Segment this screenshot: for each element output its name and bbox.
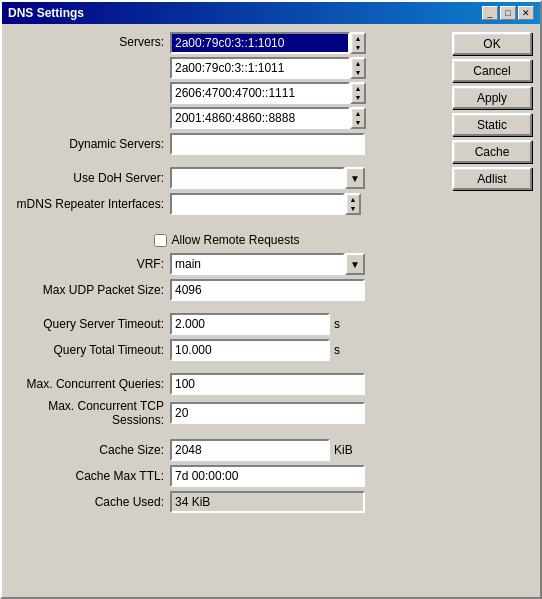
cache-size-input[interactable] — [170, 439, 330, 461]
mdns-input-group: ▲ ▼ — [170, 193, 361, 215]
ok-button[interactable]: OK — [452, 32, 532, 55]
title-bar-buttons: _ □ ✕ — [482, 6, 534, 20]
content-area: Servers: ▲ ▼ ▲ ▼ — [2, 24, 540, 525]
cache-used-input — [170, 491, 365, 513]
doh-label: Use DoH Server: — [10, 171, 170, 185]
server2-spin-up[interactable]: ▲ — [352, 59, 364, 68]
mdns-row: mDNS Repeater Interfaces: ▲ ▼ — [10, 193, 444, 215]
form-area: Servers: ▲ ▼ ▲ ▼ — [10, 32, 444, 517]
cache-max-ttl-label: Cache Max TTL: — [10, 469, 170, 483]
title-bar: DNS Settings _ □ ✕ — [2, 2, 540, 24]
doh-row: Use DoH Server: ▼ — [10, 167, 444, 189]
allow-remote-checkbox[interactable] — [154, 234, 167, 247]
close-button[interactable]: ✕ — [518, 6, 534, 20]
server2-input[interactable] — [170, 57, 350, 79]
adlist-button[interactable]: Adlist — [452, 167, 532, 190]
max-udp-label: Max UDP Packet Size: — [10, 283, 170, 297]
server3-input[interactable] — [170, 82, 350, 104]
query-total-timeout-label: Query Total Timeout: — [10, 343, 170, 357]
cache-max-ttl-input[interactable] — [170, 465, 365, 487]
max-udp-row: Max UDP Packet Size: — [10, 279, 444, 301]
mdns-label: mDNS Repeater Interfaces: — [10, 197, 170, 211]
vrf-input[interactable] — [170, 253, 345, 275]
cache-used-label: Cache Used: — [10, 495, 170, 509]
query-server-timeout-input[interactable] — [170, 313, 330, 335]
window-title: DNS Settings — [8, 6, 84, 20]
minimize-button[interactable]: _ — [482, 6, 498, 20]
allow-remote-row: Allow Remote Requests — [10, 233, 444, 247]
static-button[interactable]: Static — [452, 113, 532, 136]
max-concurrent-tcp-label: Max. Concurrent TCP Sessions: — [10, 399, 170, 427]
dynamic-servers-row: Dynamic Servers: — [10, 133, 444, 155]
mdns-spin[interactable]: ▲ ▼ — [345, 193, 361, 215]
allow-remote-label: Allow Remote Requests — [171, 233, 299, 247]
server1-input-group: ▲ ▼ — [170, 32, 366, 54]
max-concurrent-tcp-row: Max. Concurrent TCP Sessions: — [10, 399, 444, 427]
doh-input-group: ▼ — [170, 167, 365, 189]
server2-spin-down[interactable]: ▼ — [352, 68, 364, 77]
servers-label: Servers: — [10, 32, 170, 49]
vrf-input-group: ▼ — [170, 253, 365, 275]
max-udp-input[interactable] — [170, 279, 365, 301]
dynamic-servers-label: Dynamic Servers: — [10, 137, 170, 151]
server2-spin[interactable]: ▲ ▼ — [350, 57, 366, 79]
server1-input[interactable] — [170, 32, 350, 54]
cancel-button[interactable]: Cancel — [452, 59, 532, 82]
max-concurrent-queries-label: Max. Concurrent Queries: — [10, 377, 170, 391]
mdns-spin-down[interactable]: ▼ — [347, 204, 359, 213]
query-total-timeout-input[interactable] — [170, 339, 330, 361]
query-total-timeout-unit: s — [334, 343, 340, 357]
server4-input-group: ▲ ▼ — [170, 107, 366, 129]
vrf-dropdown-btn[interactable]: ▼ — [345, 253, 365, 275]
mdns-input[interactable] — [170, 193, 345, 215]
button-area: OK Cancel Apply Static Cache Adlist — [452, 32, 532, 517]
max-concurrent-tcp-input[interactable] — [170, 402, 365, 424]
cache-size-label: Cache Size: — [10, 443, 170, 457]
mdns-spin-up[interactable]: ▲ — [347, 195, 359, 204]
dns-settings-window: DNS Settings _ □ ✕ Servers: ▲ ▼ — [0, 0, 542, 599]
server3-spin-up[interactable]: ▲ — [352, 84, 364, 93]
cache-button[interactable]: Cache — [452, 140, 532, 163]
doh-dropdown-btn[interactable]: ▼ — [345, 167, 365, 189]
max-concurrent-queries-row: Max. Concurrent Queries: — [10, 373, 444, 395]
server1-spin-down[interactable]: ▼ — [352, 43, 364, 52]
server1-spin[interactable]: ▲ ▼ — [350, 32, 366, 54]
server3-spin-down[interactable]: ▼ — [352, 93, 364, 102]
server2-input-group: ▲ ▼ — [170, 57, 366, 79]
vrf-label: VRF: — [10, 257, 170, 271]
vrf-row: VRF: ▼ — [10, 253, 444, 275]
cache-used-row: Cache Used: — [10, 491, 444, 513]
max-concurrent-queries-input[interactable] — [170, 373, 365, 395]
query-server-timeout-unit: s — [334, 317, 340, 331]
server4-input[interactable] — [170, 107, 350, 129]
server4-spin-down[interactable]: ▼ — [352, 118, 364, 127]
server4-spin[interactable]: ▲ ▼ — [350, 107, 366, 129]
doh-input[interactable] — [170, 167, 345, 189]
server3-input-group: ▲ ▼ — [170, 82, 366, 104]
apply-button[interactable]: Apply — [452, 86, 532, 109]
servers-inputs: ▲ ▼ ▲ ▼ ▲ — [170, 32, 366, 129]
query-total-timeout-row: Query Total Timeout: s — [10, 339, 444, 361]
servers-row: Servers: ▲ ▼ ▲ ▼ — [10, 32, 444, 129]
maximize-button[interactable]: □ — [500, 6, 516, 20]
cache-max-ttl-row: Cache Max TTL: — [10, 465, 444, 487]
server4-spin-up[interactable]: ▲ — [352, 109, 364, 118]
cache-size-row: Cache Size: KiB — [10, 439, 444, 461]
query-server-timeout-label: Query Server Timeout: — [10, 317, 170, 331]
server3-spin[interactable]: ▲ ▼ — [350, 82, 366, 104]
query-server-timeout-row: Query Server Timeout: s — [10, 313, 444, 335]
dynamic-servers-input[interactable] — [170, 133, 365, 155]
cache-size-unit: KiB — [334, 443, 353, 457]
server1-spin-up[interactable]: ▲ — [352, 34, 364, 43]
